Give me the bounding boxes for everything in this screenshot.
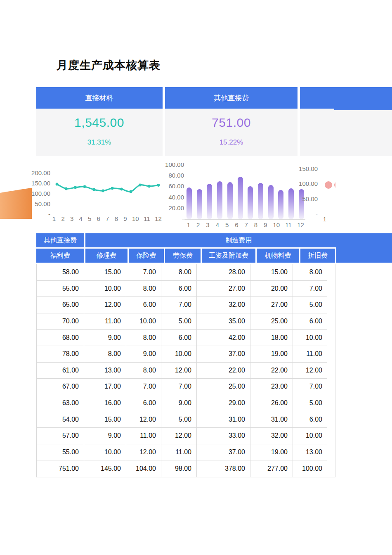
table-cell[interactable]: 20.00: [250, 281, 293, 297]
table-cell[interactable]: 378.00: [197, 460, 250, 477]
table-cell[interactable]: 78.00: [37, 346, 84, 363]
table-cell[interactable]: 15.00: [84, 264, 126, 281]
table-cell[interactable]: 54.00: [37, 411, 84, 428]
table-cell[interactable]: 7.00: [126, 264, 161, 281]
table-cell[interactable]: 8.00: [126, 281, 161, 297]
table-cell[interactable]: 12.00: [293, 363, 327, 379]
table-cell[interactable]: 12.00: [161, 428, 197, 444]
table-cell[interactable]: 22.00: [250, 363, 293, 379]
table-cell[interactable]: 35.00: [197, 313, 250, 330]
table-cell[interactable]: 5.00: [161, 313, 197, 330]
table-cell[interactable]: 7.00: [161, 297, 197, 313]
table-cell[interactable]: 10.00: [84, 281, 126, 297]
table-cell[interactable]: 9.00: [84, 330, 126, 346]
header-cell[interactable]: 保险费: [129, 249, 164, 263]
table-cell[interactable]: 5.00: [293, 395, 327, 412]
table-cell[interactable]: 6.00: [126, 297, 161, 313]
table-cell[interactable]: 68.00: [37, 330, 84, 346]
table-cell[interactable]: 32.00: [250, 428, 293, 444]
table-cell[interactable]: 28.00: [197, 264, 250, 281]
table-cell[interactable]: 8.00: [293, 264, 327, 281]
table-cell[interactable]: 61.00: [37, 363, 84, 379]
bar-data-point: [197, 189, 202, 219]
header-cell[interactable]: 修理费: [85, 249, 128, 263]
table-cell[interactable]: 6.00: [293, 411, 327, 428]
table-cell[interactable]: 8.00: [126, 363, 161, 379]
table-cell[interactable]: 8.00: [126, 330, 161, 346]
table-cell[interactable]: 65.00: [37, 297, 84, 313]
table-cell[interactable]: 277.00: [250, 460, 293, 477]
table-cell[interactable]: 15.00: [250, 264, 293, 281]
table-cell[interactable]: 15.00: [84, 411, 126, 428]
table-cell[interactable]: 70.00: [37, 313, 84, 330]
table-cell[interactable]: 19.00: [250, 346, 293, 363]
table-cell[interactable]: 751.00: [37, 460, 84, 477]
table-cell[interactable]: 25.00: [250, 313, 293, 330]
table-cell[interactable]: 19.00: [250, 444, 293, 461]
table-cell[interactable]: 145.00: [84, 460, 126, 477]
table-cell[interactable]: 58.00: [37, 264, 84, 281]
table-cell[interactable]: 10.00: [84, 444, 126, 461]
table-cell[interactable]: 33.00: [197, 428, 250, 444]
table-cell[interactable]: 12.00: [126, 411, 161, 428]
table-cell[interactable]: 11.00: [84, 313, 126, 330]
table-cell[interactable]: 7.00: [293, 281, 327, 297]
table-cell[interactable]: 9.00: [84, 428, 126, 444]
header-cell-other-direct[interactable]: 其他直接费: [36, 233, 84, 247]
table-cell[interactable]: 12.00: [126, 444, 161, 461]
table-cell[interactable]: 5.00: [161, 411, 197, 428]
table-cell[interactable]: 17.00: [84, 379, 126, 395]
table-cell[interactable]: 11.00: [293, 346, 327, 363]
table-cell[interactable]: 8.00: [161, 264, 197, 281]
table-cell[interactable]: 7.00: [126, 379, 161, 395]
table-cell[interactable]: 12.00: [84, 297, 126, 313]
table-cell[interactable]: 31.00: [250, 411, 293, 428]
table-cell[interactable]: 37.00: [197, 444, 250, 461]
table-cell[interactable]: 10.00: [293, 428, 327, 444]
table-cell[interactable]: 29.00: [197, 395, 250, 412]
table-cell[interactable]: 42.00: [197, 330, 250, 346]
table-cell[interactable]: 11.00: [126, 428, 161, 444]
table-cell[interactable]: 55.00: [37, 281, 84, 297]
header-cell[interactable]: 劳保费: [165, 249, 201, 263]
table-cell[interactable]: 16.00: [84, 395, 126, 412]
table-cell[interactable]: 18.00: [250, 330, 293, 346]
table-cell[interactable]: 6.00: [126, 395, 161, 412]
table-cell[interactable]: 10.00: [161, 346, 197, 363]
header-cell[interactable]: 机物料费: [257, 249, 299, 263]
table-cell[interactable]: 10.00: [293, 330, 327, 346]
table-cell[interactable]: 9.00: [161, 395, 197, 412]
header-cell[interactable]: 工资及附加费: [202, 249, 255, 263]
table-cell[interactable]: 27.00: [197, 281, 250, 297]
table-cell[interactable]: 27.00: [250, 297, 293, 313]
table-cell[interactable]: 63.00: [37, 395, 84, 412]
table-cell[interactable]: 25.00: [197, 379, 250, 395]
table-cell[interactable]: 22.00: [197, 363, 250, 379]
table-cell[interactable]: 5.00: [293, 297, 327, 313]
table-cell[interactable]: 7.00: [293, 379, 327, 395]
table-cell[interactable]: 37.00: [197, 346, 250, 363]
table-cell[interactable]: 100.00: [293, 460, 327, 477]
table-cell[interactable]: 13.00: [293, 444, 327, 461]
header-cell[interactable]: 折旧费: [300, 249, 335, 263]
table-cell[interactable]: 7.00: [161, 379, 197, 395]
table-cell[interactable]: 98.00: [161, 460, 197, 477]
table-cell[interactable]: 32.00: [197, 297, 250, 313]
header-cell[interactable]: 福利费: [36, 249, 84, 263]
table-cell[interactable]: 55.00: [37, 444, 84, 461]
table-cell[interactable]: 9.00: [126, 346, 161, 363]
table-cell[interactable]: 6.00: [293, 313, 327, 330]
table-cell[interactable]: 8.00: [84, 346, 126, 363]
table-cell[interactable]: 67.00: [37, 379, 84, 395]
table-cell[interactable]: 23.00: [250, 379, 293, 395]
table-cell[interactable]: 6.00: [161, 330, 197, 346]
table-cell[interactable]: 31.00: [197, 411, 250, 428]
table-cell[interactable]: 57.00: [37, 428, 84, 444]
table-cell[interactable]: 104.00: [126, 460, 161, 477]
table-cell[interactable]: 10.00: [126, 313, 161, 330]
table-cell[interactable]: 13.00: [84, 363, 126, 379]
table-cell[interactable]: 6.00: [161, 281, 197, 297]
table-cell[interactable]: 26.00: [250, 395, 293, 412]
table-cell[interactable]: 12.00: [161, 363, 197, 379]
table-cell[interactable]: 11.00: [161, 444, 197, 461]
